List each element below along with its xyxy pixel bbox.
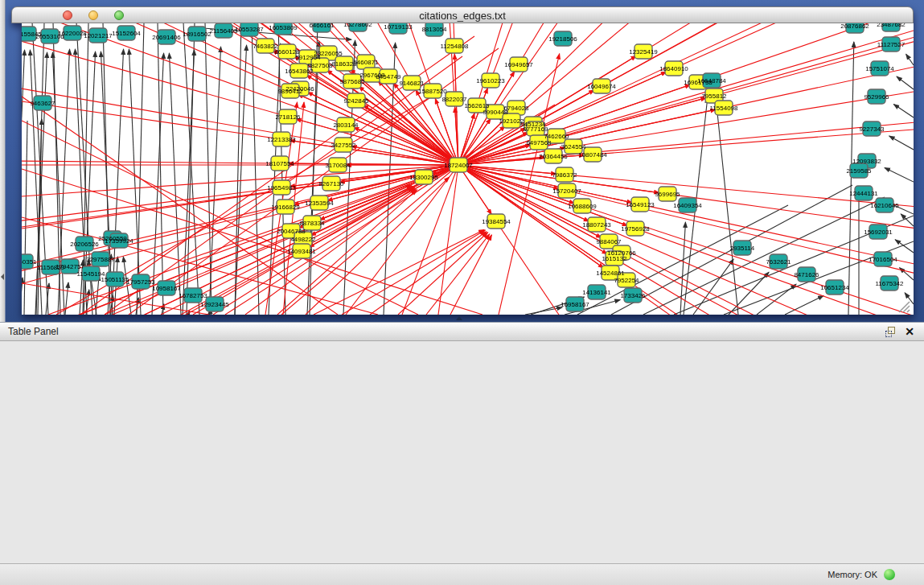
graph-node-label: 11554098 xyxy=(710,105,739,112)
graph-node-label: 2935114 xyxy=(730,245,755,252)
graph-node-label: 15887520 xyxy=(418,88,447,95)
graph-node-label: 2803144 xyxy=(333,122,359,129)
graph-node-label: 12444131 xyxy=(849,190,878,197)
graph-node-label: 9146821 xyxy=(399,80,425,87)
graph-node-label: 15720407 xyxy=(552,187,581,195)
table-panel-header: Table Panel ✕ xyxy=(0,322,924,341)
table-panel-title: Table Panel xyxy=(8,326,59,337)
graph-node-label: 9896412 xyxy=(277,88,303,95)
left-panel-collapse-strip[interactable] xyxy=(0,0,6,322)
graph-node-label: 15152604 xyxy=(112,30,141,37)
graph-node-label: 16210645 xyxy=(870,202,899,209)
network-canvas[interactable]: 1872400718300295193845547463822866012859… xyxy=(22,23,914,315)
graph-node-label: 16543862 xyxy=(285,68,314,75)
graph-node-label: 8813054 xyxy=(421,26,447,33)
graph-node-label: 15278602 xyxy=(343,23,372,28)
graph-node-label: 23226055 xyxy=(314,50,343,57)
graph-node-label: 14136141 xyxy=(582,289,611,296)
graph-node-label: 8822037 xyxy=(441,96,467,103)
graph-node-label: 3427552 xyxy=(331,142,356,149)
graph-node-label: 3170084 xyxy=(325,162,351,169)
network-view-window: citations_edges.txt 18724007183002951938… xyxy=(11,6,914,315)
graph-node-label: 18640910 xyxy=(659,65,688,72)
graph-node-label: 9463627 xyxy=(30,100,55,107)
graph-node-label: 16782753 xyxy=(179,292,207,299)
graph-node-label: 8267130 xyxy=(318,180,344,187)
table-panel-body: ✔ ✔ ✕ f(x) citations_edges.txt namein_de… xyxy=(0,342,924,563)
graph-node-label: 10553287 xyxy=(235,26,264,33)
network-window-title: citations_edges.txt xyxy=(12,10,913,22)
graph-node-label: 12213383 xyxy=(267,136,296,143)
graph-node-label: 10651234 xyxy=(820,284,849,291)
graph-node-label: 20046788 xyxy=(277,228,306,235)
graph-node-label: 18724007 xyxy=(444,162,473,169)
graph-node-label: 12093832 xyxy=(852,158,881,165)
graph-node-label: 14093481 xyxy=(287,248,316,255)
graph-node-label: 23487682 xyxy=(877,23,906,28)
graph-node-label: 18107554 xyxy=(265,160,294,167)
graph-node-label: 16958167 xyxy=(561,301,589,308)
graph-node-label: 16409354 xyxy=(673,202,702,209)
graph-node-label: 32975887 xyxy=(86,256,115,263)
graph-node-label: 11254808 xyxy=(441,43,470,50)
graph-node-label: 19610223 xyxy=(476,77,505,84)
graph-node-label: 7986372 xyxy=(552,171,577,179)
graph-node-label: 16049674 xyxy=(587,83,616,90)
graph-node-label: 17016504 xyxy=(869,256,897,263)
network-window-titlebar[interactable]: citations_edges.txt xyxy=(11,6,914,23)
graph-node-label: 8454749 xyxy=(376,73,401,80)
graph-node-label: 9227343 xyxy=(859,126,885,133)
graph-node-label: 9242845 xyxy=(343,97,369,105)
graph-node-label: 14524861 xyxy=(596,270,625,277)
graph-node-label: 10958167 xyxy=(152,285,181,292)
graph-node-label: 7632621 xyxy=(766,258,791,266)
resize-grip-icon[interactable] xyxy=(897,300,912,313)
float-panel-icon[interactable] xyxy=(885,327,897,338)
graph-node-label: 16053809 xyxy=(269,24,298,31)
graph-node-label: 1615132 xyxy=(602,255,627,262)
graph-node-label: 1733426 xyxy=(620,292,646,299)
graph-node-label: 15751074 xyxy=(865,65,894,72)
graph-node-label: 17957253 xyxy=(126,278,155,286)
graph-node-label: 16220028 xyxy=(58,30,87,37)
graph-node-label: 16648784 xyxy=(697,77,726,84)
graph-node-label: 21156405 xyxy=(210,27,239,35)
graph-node-label: 11127527 xyxy=(877,41,906,48)
graph-node-label: 12923445 xyxy=(200,301,229,308)
graph-node-label: 19166829 xyxy=(271,204,300,211)
graph-node-label: 10719133 xyxy=(384,23,413,31)
graph-node-label: 10807484 xyxy=(578,151,607,159)
graph-node-label: 6466161 xyxy=(309,23,335,29)
graph-node-label: 9777169 xyxy=(523,126,548,133)
panel-splitter-handle[interactable] xyxy=(456,316,462,320)
graph-node-label: 2718126 xyxy=(275,113,301,121)
graph-node-label: 20876862 xyxy=(840,23,869,30)
graph-node-label: 8471626 xyxy=(794,271,819,278)
graph-node-label: 16949657 xyxy=(504,61,533,68)
graph-node-label: 19384554 xyxy=(482,218,511,225)
graph-node-label: 12325419 xyxy=(629,48,658,56)
graph-node-label: 3624554 xyxy=(561,143,586,150)
graph-node-label: 2159585 xyxy=(846,167,872,175)
cytoscape-desktop: citations_edges.txt 18724007183002951938… xyxy=(0,0,924,322)
graph-node-label: 4498222 xyxy=(290,236,316,243)
graph-node-label: 17359924 xyxy=(105,237,133,245)
graph-node-label: 18916502 xyxy=(183,31,211,38)
collapse-left-arrow-icon[interactable] xyxy=(1,274,4,280)
graph-node-label: 8950351 xyxy=(22,258,37,266)
graph-node-label: 12353594 xyxy=(305,200,334,207)
graph-node-label: 19218506 xyxy=(548,35,577,43)
graph-node-label: 8878334 xyxy=(299,220,325,227)
graph-node-label: 18807243 xyxy=(582,221,611,229)
graph-node-label: 11675342 xyxy=(876,280,905,287)
graph-node-label: 20206526 xyxy=(70,241,99,248)
graph-node-label: 18300295 xyxy=(409,174,438,181)
close-panel-icon[interactable]: ✕ xyxy=(905,325,914,338)
memory-status-icon[interactable] xyxy=(884,569,895,580)
graph-node-label: 7955812 xyxy=(701,93,727,100)
graph-node-label: 9699695 xyxy=(655,191,680,198)
graph-node-label: 17942757 xyxy=(55,263,84,270)
graph-node-label: 16549123 xyxy=(626,201,655,208)
citation-graph[interactable]: 1872400718300295193845547463822866012859… xyxy=(22,23,914,315)
memory-status-label: Memory: OK xyxy=(827,570,877,579)
